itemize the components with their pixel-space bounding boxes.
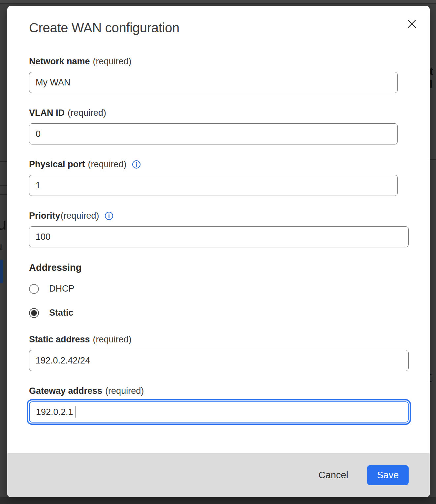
- required-hint: (required): [105, 386, 144, 396]
- dialog-body: Create WAN configuration Network name (r…: [7, 6, 430, 453]
- create-wan-configuration-dialog: Create WAN configuration Network name (r…: [7, 6, 430, 497]
- static-address-input[interactable]: [29, 350, 409, 371]
- required-hint: (required): [61, 211, 99, 221]
- priority-input[interactable]: [29, 226, 409, 247]
- field-label: Priority: [29, 211, 60, 221]
- radio-button-dhcp[interactable]: [29, 284, 39, 294]
- field-label: Network name: [29, 56, 90, 67]
- cancel-button[interactable]: Cancel: [319, 470, 348, 481]
- backdrop-text-fragment: gu: [0, 214, 7, 234]
- radio-option-dhcp[interactable]: DHCP: [29, 284, 409, 294]
- required-hint: (required): [93, 334, 132, 345]
- addressing-heading: Addressing: [29, 262, 409, 273]
- field-network-name: Network name (required): [29, 56, 409, 93]
- field-label: Static address: [29, 334, 90, 345]
- field-label: Gateway address: [29, 386, 102, 396]
- field-label: Physical port: [29, 159, 85, 170]
- field-label-row: Physical port (required): [29, 159, 409, 170]
- radio-option-static[interactable]: Static: [29, 308, 409, 318]
- backdrop-bottom-strip: [0, 497, 436, 504]
- x-glyph: [406, 18, 418, 30]
- gateway-input-wrapper: [29, 401, 409, 423]
- required-hint: (required): [93, 56, 132, 67]
- physical-port-input[interactable]: [29, 175, 398, 196]
- field-physical-port: Physical port (required): [29, 159, 409, 196]
- network-name-input[interactable]: [29, 72, 398, 93]
- vlan-id-input[interactable]: [29, 123, 398, 144]
- radio-label[interactable]: Static: [49, 308, 74, 318]
- save-button[interactable]: Save: [367, 465, 409, 485]
- field-label-row: Gateway address (required): [29, 386, 409, 396]
- backdrop-line: [429, 159, 436, 160]
- field-label-row: Priority (required): [29, 211, 409, 221]
- field-label: VLAN ID: [29, 108, 65, 118]
- field-priority: Priority (required): [29, 211, 409, 247]
- dialog-title: Create WAN configuration: [29, 20, 409, 35]
- gateway-address-input[interactable]: [29, 401, 409, 423]
- backdrop-text-fragment: u: [0, 240, 2, 253]
- field-static-address: Static address (required): [29, 334, 409, 371]
- field-label-row: Network name (required): [29, 56, 409, 67]
- field-label-row: Static address (required): [29, 334, 409, 345]
- radio-button-static[interactable]: [29, 308, 39, 318]
- field-label-row: VLAN ID (required): [29, 108, 409, 118]
- backdrop-top-band: [0, 0, 436, 4]
- backdrop-button-fragment: [0, 260, 3, 283]
- required-hint: (required): [88, 159, 127, 170]
- close-icon[interactable]: [405, 17, 419, 30]
- radio-label[interactable]: DHCP: [49, 284, 75, 294]
- info-icon[interactable]: [132, 160, 141, 169]
- required-hint: (required): [68, 108, 106, 118]
- text-cursor: [76, 406, 76, 418]
- backdrop-text-fragment: t l: [429, 65, 436, 90]
- info-icon[interactable]: [105, 211, 113, 220]
- dialog-footer: Cancel Save: [7, 453, 430, 497]
- field-gateway-address: Gateway address (required): [29, 386, 409, 423]
- field-vlan-id: VLAN ID (required): [29, 108, 409, 144]
